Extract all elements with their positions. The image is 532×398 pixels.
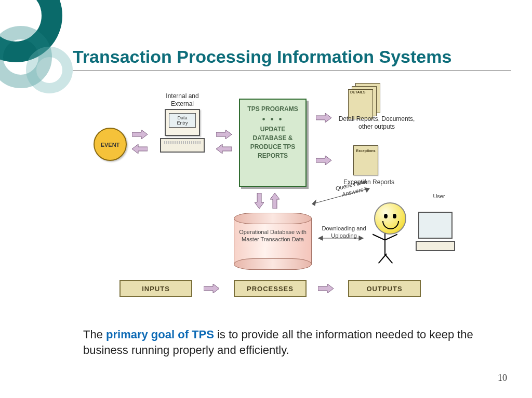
detail-reports-label: Detail Reports, Documents, other outputs bbox=[337, 115, 417, 131]
arrow-icon bbox=[204, 284, 219, 293]
arrow-icon bbox=[316, 113, 331, 122]
arrow-icon bbox=[132, 144, 148, 154]
arrow-icon bbox=[132, 130, 148, 139]
footnote-text: The primary goal of TPS is to provide al… bbox=[83, 327, 490, 358]
tps-programs-box: TPS PROGRAMS • • • UPDATE DATABASE & PRO… bbox=[239, 99, 307, 187]
details-tag: DETAILS bbox=[350, 90, 365, 94]
ellipsis-icon: • • • bbox=[243, 114, 302, 125]
arrow-icon bbox=[316, 156, 331, 165]
operational-database: Operational Database with Master Transac… bbox=[234, 213, 312, 270]
terminal-screen-label: DataEntry bbox=[169, 113, 196, 128]
arrow-icon bbox=[318, 284, 334, 293]
terminal-caption: Internal andExternal bbox=[155, 92, 210, 108]
user-figure bbox=[369, 197, 462, 275]
inputs-box: INPUTS bbox=[119, 280, 192, 297]
slide-title: Transaction Processing Information Syste… bbox=[73, 47, 511, 71]
downloading-uploading-label: Downloading and Uploading bbox=[318, 225, 370, 240]
event-node: EVENT bbox=[94, 128, 127, 161]
arrow-icon bbox=[216, 130, 232, 139]
user-monitor-icon bbox=[416, 212, 455, 251]
arrow-icon bbox=[255, 193, 264, 209]
exception-report-document: Exceptions bbox=[353, 145, 378, 175]
page-number: 10 bbox=[498, 373, 507, 383]
footnote-highlight: primary goal of TPS bbox=[106, 328, 214, 341]
tps-box-body: UPDATE DATABASE & PRODUCE TPS REPORTS bbox=[243, 125, 302, 160]
arrow-icon bbox=[270, 193, 280, 209]
arrow-icon bbox=[216, 144, 232, 154]
data-entry-terminal: DataEntry bbox=[154, 109, 211, 171]
outputs-box: OUTPUTS bbox=[348, 280, 421, 297]
database-label: Operational Database with Master Transac… bbox=[238, 228, 308, 243]
smiley-icon bbox=[374, 202, 406, 235]
tps-diagram: EVENT Internal andExternal DataEntry TPS… bbox=[83, 78, 468, 301]
processes-box: PROCESSES bbox=[234, 280, 307, 297]
svg-marker-1 bbox=[312, 200, 316, 205]
footnote-prefix: The bbox=[83, 328, 106, 341]
tps-box-heading: TPS PROGRAMS bbox=[243, 105, 302, 114]
